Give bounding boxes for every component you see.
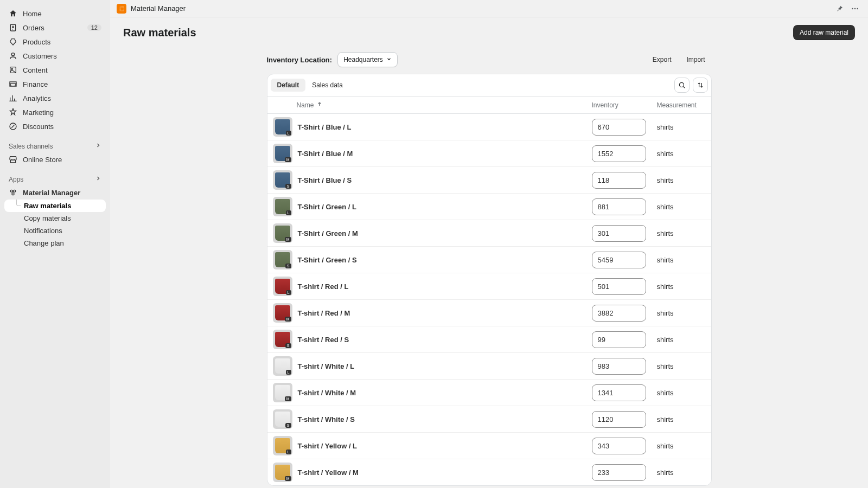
measurement-label: shirts [657, 362, 706, 370]
inventory-input[interactable] [592, 384, 646, 401]
material-name[interactable]: T-Shirt / Blue / S [292, 176, 592, 184]
sidebar-item-customers[interactable]: Customers [4, 49, 106, 63]
sales-channels-label: Sales channels [9, 143, 53, 150]
table-row[interactable]: LT-shirt / Red / Lshirts [267, 273, 711, 300]
sidebar-item-home[interactable]: Home [4, 7, 106, 21]
material-name[interactable]: T-Shirt / Green / M [292, 229, 592, 237]
product-thumbnail: S [273, 250, 292, 269]
inventory-input[interactable] [592, 252, 646, 268]
import-button[interactable]: Import [680, 52, 711, 67]
sidebar-item-label: Finance [23, 80, 48, 88]
sidebar-item-notifications[interactable]: Notifications [4, 224, 106, 237]
inventory-input[interactable] [592, 411, 646, 428]
svg-point-5 [10, 190, 12, 192]
tab-sales-data[interactable]: Sales data [305, 79, 349, 92]
sidebar-item-material-manager[interactable]: Material Manager [4, 185, 106, 200]
sort-asc-icon [316, 101, 323, 109]
material-name[interactable]: T-shirt / Red / L [292, 282, 592, 291]
sidebar-item-label: Customers [23, 52, 57, 60]
table-row[interactable]: MT-Shirt / Blue / Mshirts [267, 140, 711, 167]
table-row[interactable]: LT-Shirt / Blue / Lshirts [267, 114, 711, 140]
measurement-label: shirts [657, 150, 706, 158]
inventory-input[interactable] [592, 225, 646, 242]
material-name[interactable]: T-Shirt / Green / S [292, 256, 592, 264]
size-tag: M [285, 157, 291, 162]
material-name[interactable]: T-shirt / White / M [292, 389, 592, 397]
sidebar-section-sales-channels[interactable]: Sales channels [4, 138, 106, 152]
column-header-inventory[interactable]: Inventory [592, 101, 657, 109]
size-tag: S [285, 184, 291, 189]
sidebar-item-products[interactable]: Products [4, 35, 106, 49]
inventory-input[interactable] [592, 172, 646, 189]
sidebar-item-content[interactable]: Content [4, 63, 106, 77]
material-name[interactable]: T-shirt / White / L [292, 362, 592, 370]
sidebar-section-apps[interactable]: Apps [4, 171, 106, 185]
inventory-input[interactable] [592, 278, 646, 295]
table-row[interactable]: MT-shirt / White / Mshirts [267, 380, 711, 406]
table-row[interactable]: ST-shirt / Red / Sshirts [267, 326, 711, 353]
search-button[interactable] [674, 78, 690, 93]
discounts-icon [9, 122, 17, 131]
location-select[interactable]: Headquarters [337, 52, 398, 67]
material-name[interactable]: T-shirt / Red / S [292, 336, 592, 344]
sidebar-item-analytics[interactable]: Analytics [4, 91, 106, 105]
material-name[interactable]: T-shirt / White / S [292, 415, 592, 423]
material-name[interactable]: T-Shirt / Blue / L [292, 123, 592, 131]
sidebar-item-marketing[interactable]: Marketing [4, 105, 106, 119]
inventory-input[interactable] [592, 145, 646, 162]
sidebar-item-online-store[interactable]: Online Store [4, 152, 106, 166]
size-tag: L [286, 450, 291, 454]
inventory-input[interactable] [592, 198, 646, 215]
table-row[interactable]: LT-Shirt / Green / Lshirts [267, 194, 711, 220]
sidebar-item-change-plan[interactable]: Change plan [4, 237, 106, 249]
table-row[interactable]: ST-Shirt / Green / Sshirts [267, 247, 711, 273]
material-name[interactable]: T-shirt / Red / M [292, 309, 592, 317]
inventory-input[interactable] [592, 331, 646, 348]
material-name[interactable]: T-shirt / Yellow / M [292, 468, 592, 477]
inventory-location-label: Inventory Location: [267, 56, 333, 64]
table-row[interactable]: MT-Shirt / Green / Mshirts [267, 220, 711, 247]
sidebar: HomeOrders12ProductsCustomersContentFina… [0, 0, 110, 488]
app-icon [9, 188, 17, 197]
sidebar-item-orders[interactable]: Orders12 [4, 21, 106, 35]
measurement-label: shirts [657, 123, 706, 131]
inventory-input[interactable] [592, 438, 646, 454]
sidebar-item-discounts[interactable]: Discounts [4, 119, 106, 133]
sidebar-item-raw-materials[interactable]: Raw materials [4, 200, 106, 212]
table-row[interactable]: MT-shirt / Yellow / Mshirts [267, 459, 711, 485]
inventory-input[interactable] [592, 358, 646, 375]
table-row[interactable]: LT-shirt / White / Lshirts [267, 353, 711, 380]
inventory-input[interactable] [592, 464, 646, 481]
finance-icon [9, 80, 17, 88]
store-icon [9, 155, 17, 164]
sort-button[interactable] [693, 78, 708, 93]
size-tag: L [286, 290, 291, 295]
column-header-name[interactable]: Name [273, 101, 592, 109]
more-button[interactable] [848, 2, 861, 15]
sidebar-item-copy-materials[interactable]: Copy materials [4, 212, 106, 224]
material-name[interactable]: T-shirt / Yellow / L [292, 442, 592, 450]
content-area: Inventory Location: Headquarters Export … [110, 47, 868, 488]
svg-point-7 [12, 193, 14, 195]
export-button[interactable]: Export [646, 52, 678, 67]
inventory-input[interactable] [592, 305, 646, 322]
measurement-label: shirts [657, 176, 706, 184]
measurement-label: shirts [657, 389, 706, 397]
orders-icon [9, 23, 17, 32]
material-name[interactable]: T-Shirt / Blue / M [292, 150, 592, 158]
material-name[interactable]: T-Shirt / Green / L [292, 203, 592, 211]
tab-default[interactable]: Default [271, 79, 306, 92]
size-tag: S [285, 264, 291, 268]
table-row[interactable]: ST-Shirt / Blue / Sshirts [267, 167, 711, 194]
add-raw-material-button[interactable]: Add raw material [793, 25, 855, 40]
table-row[interactable]: MT-shirt / Red / Mshirts [267, 300, 711, 326]
column-header-measurement[interactable]: Measurement [657, 101, 706, 109]
pin-button[interactable] [833, 2, 846, 15]
inventory-input[interactable] [592, 119, 646, 136]
table-row[interactable]: LT-shirt / Yellow / Lshirts [267, 433, 711, 459]
product-thumbnail: L [273, 277, 292, 296]
sidebar-item-finance[interactable]: Finance [4, 77, 106, 91]
table-row[interactable]: ST-shirt / White / Sshirts [267, 406, 711, 433]
size-tag: M [285, 476, 291, 481]
table-header: Name Inventory Measurement [267, 97, 711, 114]
